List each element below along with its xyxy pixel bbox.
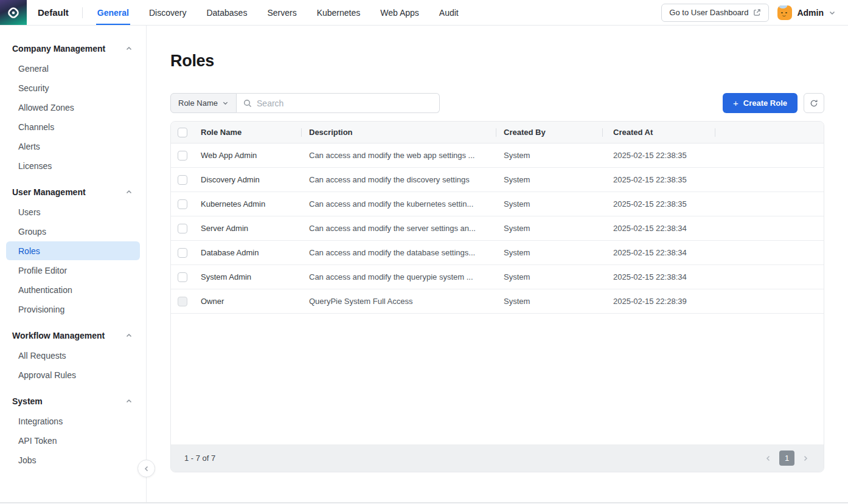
chevron-right-icon — [802, 455, 809, 462]
table-row[interactable]: System Admin Can access and modify the q… — [171, 265, 824, 289]
row-checkbox[interactable] — [178, 175, 187, 185]
table-header-row: Role Name Description Created By Created… — [171, 122, 824, 143]
table-row[interactable]: Server Admin Can access and modify the s… — [171, 216, 824, 241]
sidebar-item-channels[interactable]: Channels — [6, 117, 140, 136]
row-checkbox[interactable] — [178, 297, 187, 306]
chevron-up-icon — [125, 188, 133, 196]
row-checkbox[interactable] — [178, 272, 187, 282]
querypie-logo-icon — [6, 5, 21, 20]
chevron-left-icon — [143, 465, 150, 472]
search-field-selector[interactable]: Role Name — [170, 93, 237, 113]
column-header-role-name: Role Name — [200, 122, 301, 143]
row-checkbox[interactable] — [178, 248, 187, 258]
sidebar-item-alerts[interactable]: Alerts — [6, 137, 140, 156]
chevron-up-icon — [125, 45, 133, 52]
nav-tab-web-apps[interactable]: Web Apps — [380, 0, 419, 25]
sidebar-collapse-button[interactable] — [137, 460, 155, 477]
nav-tab-discovery[interactable]: Discovery — [149, 0, 186, 25]
chevron-up-icon — [125, 398, 133, 405]
table-row[interactable]: Kubernetes Admin Can access and modify t… — [171, 192, 824, 216]
sidebar-item-groups[interactable]: Groups — [6, 222, 140, 241]
filter-toolbar: Role Name + Create Role — [170, 93, 824, 113]
user-menu[interactable]: Admin — [777, 5, 836, 20]
description-cell: Can access and modify the database setti… — [301, 248, 496, 257]
description-cell: Can access and modify the web app settin… — [301, 151, 496, 160]
column-header-created-by: Created By — [496, 122, 602, 143]
project-label[interactable]: Default — [38, 0, 69, 25]
role-name-cell: Discovery Admin — [200, 175, 301, 184]
created-at-cell: 2025-02-15 22:38:34 — [602, 248, 715, 257]
sidebar-section-user-management: User Management Users Groups Roles Profi… — [0, 182, 146, 319]
description-cell: QueryPie System Full Access — [301, 297, 496, 306]
created-by-cell: System — [496, 151, 602, 160]
sidebar-section-header-user-management[interactable]: User Management — [0, 182, 146, 202]
sidebar-item-security[interactable]: Security — [6, 78, 140, 97]
created-by-cell: System — [496, 224, 602, 233]
search-icon — [243, 99, 252, 108]
nav-tab-kubernetes[interactable]: Kubernetes — [317, 0, 361, 25]
sidebar-item-integrations[interactable]: Integrations — [6, 412, 140, 430]
go-to-user-dashboard-button[interactable]: Go to User Dashboard — [661, 4, 769, 22]
chevron-down-icon — [829, 9, 836, 16]
row-checkbox[interactable] — [178, 151, 187, 161]
table-row[interactable]: Web App Admin Can access and modify the … — [171, 143, 824, 168]
sidebar-item-approval-rules[interactable]: Approval Rules — [6, 365, 140, 384]
next-page-button[interactable] — [802, 455, 809, 462]
sidebar-item-roles[interactable]: Roles — [6, 241, 140, 260]
sidebar-section-header-system[interactable]: System — [0, 392, 146, 411]
sidebar-item-api-token[interactable]: API Token — [6, 431, 140, 450]
page-number-button[interactable]: 1 — [779, 450, 794, 466]
column-header-created-at: Created At — [602, 122, 715, 143]
sidebar-section-header-company-management[interactable]: Company Management — [0, 39, 146, 58]
roles-table: Role Name Description Created By Created… — [170, 121, 824, 472]
column-header-description: Description — [301, 122, 496, 143]
table-row[interactable]: Discovery Admin Can access and modify th… — [171, 168, 824, 192]
sidebar-section-company-management: Company Management General Security Allo… — [0, 39, 146, 175]
role-name-cell: Server Admin — [200, 224, 301, 233]
create-role-button[interactable]: + Create Role — [723, 93, 798, 113]
refresh-button[interactable] — [804, 93, 824, 113]
search-input[interactable] — [257, 98, 433, 108]
sidebar-section-header-workflow-management[interactable]: Workflow Management — [0, 326, 146, 345]
pagination-range: 1 - 7 of 7 — [184, 454, 215, 463]
previous-page-button[interactable] — [765, 455, 772, 462]
sidebar-item-profile-editor[interactable]: Profile Editor — [6, 261, 140, 280]
created-at-cell: 2025-02-15 22:38:35 — [602, 151, 715, 160]
table-row[interactable]: Database Admin Can access and modify the… — [171, 241, 824, 265]
search-box — [237, 93, 440, 113]
nav-tab-databases[interactable]: Databases — [206, 0, 247, 25]
column-header-actions — [715, 122, 824, 143]
plus-icon: + — [733, 98, 739, 108]
row-checkbox[interactable] — [178, 224, 187, 233]
created-by-cell: System — [496, 297, 602, 306]
sidebar-section-workflow-management: Workflow Management All Requests Approva… — [0, 326, 146, 384]
role-name-cell: Web App Admin — [200, 151, 301, 160]
top-bar: Default General Discovery Databases Serv… — [0, 0, 848, 26]
user-name: Admin — [797, 8, 824, 18]
sidebar-item-all-requests[interactable]: All Requests — [6, 346, 140, 365]
querypie-logo[interactable] — [0, 0, 27, 25]
go-to-user-dashboard-label: Go to User Dashboard — [669, 8, 748, 17]
role-name-cell: Kubernetes Admin — [200, 199, 301, 209]
nav-tab-general[interactable]: General — [97, 0, 129, 25]
sidebar-item-authentication[interactable]: Authentication — [6, 280, 140, 299]
sidebar-item-users[interactable]: Users — [6, 202, 140, 221]
sidebar-item-allowed-zones[interactable]: Allowed Zones — [6, 98, 140, 117]
sidebar-item-general[interactable]: General — [6, 59, 140, 78]
main-content: Roles Role Name + Create Role — [147, 26, 848, 502]
nav-tab-audit[interactable]: Audit — [439, 0, 459, 25]
table-row[interactable]: Owner QueryPie System Full Access System… — [171, 289, 824, 314]
role-name-cell: System Admin — [200, 272, 301, 281]
avatar — [777, 5, 792, 20]
sidebar-item-jobs[interactable]: Jobs — [6, 450, 140, 469]
description-cell: Can access and modify the kubernetes set… — [301, 199, 496, 209]
created-at-cell: 2025-02-15 22:38:34 — [602, 224, 715, 233]
row-checkbox[interactable] — [178, 199, 187, 209]
sidebar-item-licenses[interactable]: Licenses — [6, 156, 140, 175]
select-all-checkbox[interactable] — [178, 128, 187, 137]
refresh-icon — [810, 99, 818, 108]
nav-tab-servers[interactable]: Servers — [267, 0, 296, 25]
table-empty-space — [171, 314, 824, 444]
sidebar-item-provisioning[interactable]: Provisioning — [6, 300, 140, 319]
sidebar-section-system: System Integrations API Token Jobs — [0, 392, 146, 469]
